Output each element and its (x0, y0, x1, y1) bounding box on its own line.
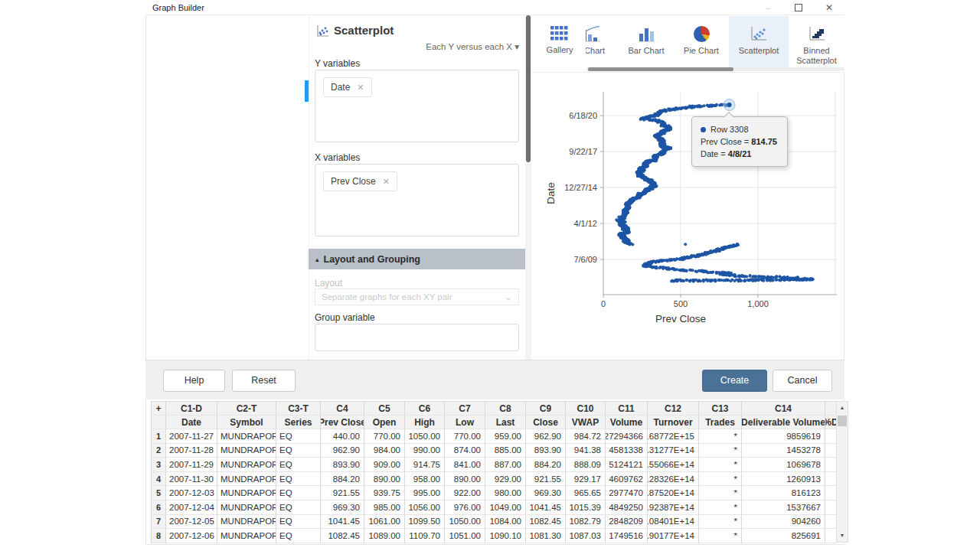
worksheet-cell[interactable]: 770.00 (364, 429, 405, 444)
worksheet-cell[interactable]: * (699, 486, 742, 500)
worksheet-cell[interactable]: 1056.00 (405, 500, 445, 515)
worksheet-cell[interactable]: 4.28326E+14 (648, 472, 699, 487)
plot-mode-dropdown[interactable]: Each Y versus each X ▾ (360, 41, 519, 52)
worksheet-cell[interactable]: 1453278 (742, 444, 825, 458)
worksheet-cell[interactable]: 939.75 (364, 486, 405, 500)
worksheet-col-id-header[interactable]: C2-T (217, 402, 276, 416)
worksheet-col-name-header[interactable]: Volume (606, 416, 648, 429)
worksheet-cell[interactable]: 929.17 (566, 472, 606, 487)
worksheet-cell[interactable]: 921.55 (321, 486, 364, 500)
worksheet-cell[interactable] (825, 429, 837, 444)
worksheet-cell[interactable]: 980.00 (485, 486, 526, 500)
worksheet-cell[interactable]: MUNDRAPORT (217, 444, 276, 458)
worksheet-cell[interactable]: EQ (276, 500, 321, 515)
worksheet-cell[interactable]: MUNDRAPORT (217, 515, 276, 530)
worksheet-cell[interactable]: 1041.45 (321, 515, 364, 530)
worksheet-cell[interactable]: 2007-11-29 (166, 458, 217, 472)
worksheet-cell[interactable]: 1084.00 (485, 515, 526, 530)
gallery-tile-o-chart[interactable]: o Chart (586, 16, 619, 71)
worksheet-cell[interactable]: 985.00 (364, 500, 405, 515)
worksheet-col-name-header[interactable]: Open (364, 416, 405, 429)
worksheet-cell[interactable]: 984.72 (566, 429, 606, 444)
worksheet-cell[interactable]: 874.00 (445, 444, 485, 458)
worksheet-cell[interactable]: 3.08401E+14 (648, 515, 699, 530)
worksheet-cell[interactable]: 1109.70 (405, 529, 445, 543)
worksheet-cell[interactable]: 4849250 (606, 500, 648, 515)
help-button[interactable]: Help (163, 370, 225, 392)
worksheet-row-number[interactable]: 4 (152, 472, 166, 487)
worksheet-cell[interactable]: 921.55 (526, 472, 566, 487)
worksheet-cell[interactable]: 2.87520E+14 (648, 486, 699, 500)
worksheet-cell[interactable]: 884.20 (321, 472, 364, 487)
worksheet-cell[interactable]: 885.00 (485, 444, 526, 458)
worksheet-cell[interactable]: EQ (276, 458, 321, 472)
worksheet-cell[interactable]: EQ (276, 429, 321, 444)
worksheet-cell[interactable]: * (699, 444, 742, 458)
worksheet-col-id-header[interactable]: C11 (606, 402, 648, 416)
worksheet-cell[interactable]: 841.00 (445, 458, 485, 472)
restore-button[interactable] (786, 0, 812, 15)
worksheet-cell[interactable]: 1099.50 (405, 515, 445, 530)
worksheet-cell[interactable]: 9859619 (742, 429, 825, 444)
worksheet-col-id-header[interactable]: C13 (699, 402, 742, 416)
worksheet-cell[interactable]: 816123 (742, 486, 825, 500)
worksheet-cell[interactable]: MUNDRAPORT (217, 429, 276, 444)
worksheet-col-id-header[interactable]: C4 (321, 402, 364, 416)
worksheet-cell[interactable]: 1050.00 (405, 429, 445, 444)
settings-scrollbar-thumb[interactable] (526, 15, 531, 162)
worksheet-col-id-header[interactable]: C5 (364, 402, 405, 416)
worksheet-cell[interactable]: 1041.45 (526, 500, 566, 515)
worksheet-cell[interactable]: 1082.45 (321, 529, 364, 543)
worksheet-cell[interactable]: EQ (276, 486, 321, 500)
worksheet-col-id-header[interactable]: C9 (526, 402, 566, 416)
worksheet-col-name-header[interactable]: VWAP (566, 416, 606, 429)
worksheet-cell[interactable]: MUNDRAPORT (217, 458, 276, 472)
worksheet-corner-cell[interactable]: + (152, 402, 166, 416)
worksheet-cell[interactable]: 2848209 (606, 515, 648, 530)
worksheet-row-number[interactable]: 2 (152, 444, 166, 458)
worksheet-cell[interactable]: 2007-12-04 (166, 500, 217, 515)
worksheet-cell[interactable]: 440.00 (321, 429, 364, 444)
y-variable-chip[interactable]: Date ✕ (323, 77, 372, 97)
worksheet-cell[interactable]: 995.00 (405, 486, 445, 500)
y-variables-dropzone[interactable]: Date ✕ (315, 70, 519, 142)
worksheet-col-id-header[interactable]: C6 (405, 402, 445, 416)
worksheet-cell[interactable]: 1082.79 (566, 515, 606, 530)
worksheet-col-name-header[interactable]: High (405, 416, 445, 429)
worksheet-cell[interactable]: 2007-11-27 (166, 429, 217, 444)
worksheet-cell[interactable]: * (699, 515, 742, 530)
worksheet-cell[interactable]: 27294366 (606, 429, 648, 444)
worksheet-cell[interactable]: 1089.00 (364, 529, 405, 543)
worksheet-cell[interactable]: 4.55066E+14 (648, 458, 699, 472)
worksheet-col-id-header[interactable]: C12 (648, 402, 699, 416)
worksheet-cell[interactable]: 890.00 (364, 472, 405, 487)
worksheet-cell[interactable]: 914.75 (405, 458, 445, 472)
worksheet-cell[interactable]: 4.92387E+14 (648, 500, 699, 515)
worksheet-cell[interactable]: 890.00 (445, 472, 485, 487)
worksheet-col-name-header[interactable]: %D (825, 416, 837, 429)
worksheet-cell[interactable]: MUNDRAPORT (217, 472, 276, 487)
create-button[interactable]: Create (702, 370, 767, 392)
worksheet-cell[interactable]: 1.90177E+14 (648, 529, 699, 543)
worksheet-row-number[interactable]: 6 (152, 500, 166, 515)
worksheet-col-id-header[interactable]: C7 (445, 402, 485, 416)
worksheet-cell[interactable]: 1049.00 (485, 500, 526, 515)
worksheet-row-number[interactable]: 1 (152, 429, 166, 444)
worksheet-scrollbar-thumb[interactable] (838, 416, 847, 426)
worksheet-row-number[interactable]: 5 (152, 486, 166, 500)
worksheet-cell[interactable]: 4.31277E+14 (648, 444, 699, 458)
worksheet-col-name-header[interactable]: Close (526, 416, 566, 429)
minimize-button[interactable]: – (755, 0, 781, 15)
worksheet-cell[interactable]: 958.00 (405, 472, 445, 487)
worksheet-cell[interactable]: 1087.03 (566, 529, 606, 543)
worksheet-cell[interactable]: 929.00 (485, 472, 526, 487)
worksheet-cell[interactable]: 2977470 (606, 486, 648, 500)
worksheet-cell[interactable]: 984.00 (364, 444, 405, 458)
worksheet-col-id-header[interactable] (825, 402, 837, 416)
worksheet-cell[interactable]: 922.00 (445, 486, 485, 500)
worksheet-col-name-header[interactable]: Symbol (217, 416, 276, 429)
worksheet-cell[interactable]: 2.68772E+15 (648, 429, 699, 444)
worksheet-cell[interactable]: 887.00 (485, 458, 526, 472)
cancel-button[interactable]: Cancel (773, 370, 832, 392)
gallery-scrollbar-thumb[interactable] (588, 67, 733, 71)
